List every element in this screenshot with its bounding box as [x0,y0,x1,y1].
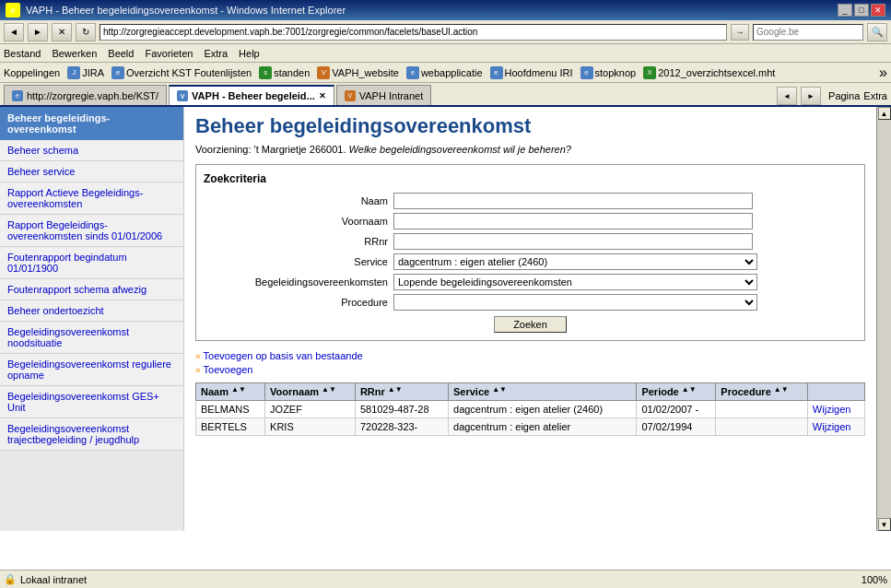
voornaam-sort[interactable]: ▲▼ [322,386,336,394]
rrnr-sort[interactable]: ▲▼ [388,386,403,394]
koppelingen-label: Koppelingen [4,67,60,78]
service-label: Service [204,256,388,267]
procedure-sort[interactable]: ▲▼ [774,386,789,394]
tab-beheer-icon: V [177,90,188,101]
window-controls[interactable]: _ □ ✕ [838,4,885,17]
sidebar-item-beheer-service[interactable]: Beheer service [0,161,183,182]
refresh-button[interactable]: ↻ [76,23,96,41]
content-area: Beheer begeleidingsovereenkomst Voorzien… [184,107,876,531]
sidebar-item-rapport-actieve[interactable]: Rapport Actieve Begeleidings-overeenkoms… [0,182,183,215]
sidebar-item-beheer-schema[interactable]: Beheer schema [0,140,183,161]
tab-bar: e http://zorgregie.vaph.be/KST/ V VAPH -… [0,83,891,107]
search-button[interactable]: 🔍 [867,23,887,41]
go-button[interactable]: → [731,24,749,41]
menu-help[interactable]: Help [239,48,260,59]
procedure-row: Procedure [204,294,857,311]
tab-kst[interactable]: e http://zorgregie.vaph.be/KST/ [4,85,167,105]
service-row: Service dagcentrum : eigen atelier (2460… [204,253,857,270]
cell-action-2: Wijzigen [807,418,864,436]
menu-favorieten[interactable]: Favorieten [145,48,193,59]
menu-bewerken[interactable]: Bewerken [52,48,97,59]
bookmark-koppelingen[interactable]: Koppelingen [4,67,60,78]
scroll-down[interactable]: ▼ [878,518,891,531]
voornaam-label: Voornaam [204,216,388,227]
bookmark-hoofdmenu[interactable]: e Hoofdmenu IRI [490,66,573,79]
sidebar-item-noodsituatie[interactable]: Begeleidingsovereenkomst noodsituatie [0,322,183,354]
sidebar-item-beheer-ondertoezicht[interactable]: Beheer ondertoezicht [0,300,183,322]
cell-rrnr-2: 720228-323- [355,418,448,436]
cell-service-1: dagcentrum : eigen atelier (2460) [449,401,637,418]
search-input[interactable] [753,24,863,41]
tab-nav-left[interactable]: ◄ [777,87,797,105]
status-bar: 🔒 Lokaal intranet 100% [0,570,891,588]
page-title: Beheer begeleidingsovereenkomst [195,114,865,138]
stop-button[interactable]: ✕ [52,23,72,41]
bookmark-vaph[interactable]: V VAPH_website [317,66,399,79]
page-label: Pagina [828,90,860,101]
sidebar-item-reguliere-opname[interactable]: Begeleidingsovereenkomst reguliere opnam… [0,354,183,386]
maximize-button[interactable]: □ [854,4,869,17]
tab-beheer-close[interactable]: ✕ [319,91,326,100]
webapplicatie-label: webapplicatie [421,67,483,78]
address-input[interactable] [100,24,727,41]
standen-icon: s [259,66,272,79]
menu-bar: Bestand Bewerken Beeld Favorieten Extra … [0,44,891,63]
wijzigen-link-1[interactable]: Wijzigen [813,404,851,415]
sidebar-item-rapport-begel[interactable]: Rapport Begeleidings-overeenkomsten sind… [0,215,183,247]
hoofdmenu-label: Hoofdmenu IRI [505,67,573,78]
rrnr-input[interactable] [393,233,753,250]
toevoegen-link[interactable]: Toevoegen [204,364,253,375]
begeleidingsovereenkomsten-select[interactable]: Lopende begeleidingsovereenkomsten [393,274,757,290]
minimize-button[interactable]: _ [838,4,852,17]
bookmark-jira[interactable]: J JIRA [67,66,104,79]
search-btn-row: Zoeken [204,316,857,333]
more-bookmarks[interactable]: » [879,65,887,81]
service-select[interactable]: dagcentrum : eigen atelier (2460) [393,253,757,270]
scroll-up[interactable]: ▲ [878,107,891,120]
menu-beeld[interactable]: Beeld [108,48,134,59]
bookmark-excel[interactable]: X 2012_overzichtsexcel.mht [643,66,775,79]
title-bar: e VAPH - Beheer begeleidingsovereenkomst… [0,0,891,20]
service-sort[interactable]: ▲▼ [492,386,507,394]
forward-button[interactable]: ► [28,23,48,41]
sidebar-item-fouten-schema[interactable]: Foutenrapport schema afwezig [0,279,183,300]
cell-voornaam-1: JOZEF [265,401,356,418]
tab-beheer[interactable]: V VAPH - Beheer begeleid... ✕ [169,85,334,105]
voornaam-row: Voornaam [204,213,857,229]
stopknop-icon: e [580,66,593,79]
naam-input[interactable] [393,193,753,209]
tab-intranet[interactable]: V VAPH Intranet [336,85,432,105]
close-button[interactable]: ✕ [871,4,885,17]
tab-nav-right[interactable]: ► [801,87,821,105]
naam-sort[interactable]: ▲▼ [231,386,246,394]
procedure-select[interactable] [393,294,757,311]
stopknop-label: stopknop [595,67,637,78]
sidebar-item-trajectbegeleiding[interactable]: Begeleidingsovereenkomst trajectbegeleid… [0,418,183,451]
back-button[interactable]: ◄ [4,23,24,41]
jira-label: JIRA [82,67,104,78]
arrow-icon-2: » [195,365,201,375]
scrollbar[interactable]: ▲ ▼ [876,107,891,531]
kst-icon: e [111,66,124,79]
search-button[interactable]: Zoeken [494,316,567,333]
menu-extra[interactable]: Extra [204,48,228,59]
menu-bestand[interactable]: Bestand [4,48,41,59]
bookmark-standen[interactable]: s standen [259,66,310,79]
col-action [807,383,864,401]
periode-sort[interactable]: ▲▼ [682,386,697,394]
toevoegen-basis-link[interactable]: Toevoegen op basis van bestaande [204,350,363,361]
rrnr-row: RRnr [204,233,857,250]
status-text: Lokaal intranet [20,574,87,585]
cell-procedure-1 [716,401,808,418]
bookmark-kst[interactable]: e Overzicht KST Foutenlijsten [111,66,252,79]
sidebar-item-fouten-begin[interactable]: Foutenrapport begindatum 01/01/1900 [0,247,183,279]
bookmark-webapplicatie[interactable]: e webapplicatie [406,66,483,79]
hoofdmenu-icon: e [490,66,503,79]
wijzigen-link-2[interactable]: Wijzigen [813,421,851,432]
sidebar-item-ges-unit[interactable]: Begeleidingsovereenkomst GES+ Unit [0,386,183,418]
table-row: BERTELS KRIS 720228-323- dagcentrum : ei… [196,418,865,436]
bookmark-stopknop[interactable]: e stopknop [580,66,637,79]
voornaam-input[interactable] [393,213,753,229]
cell-periode-2: 07/02/1994 [637,418,716,436]
tab-intranet-label: VAPH Intranet [359,90,424,101]
